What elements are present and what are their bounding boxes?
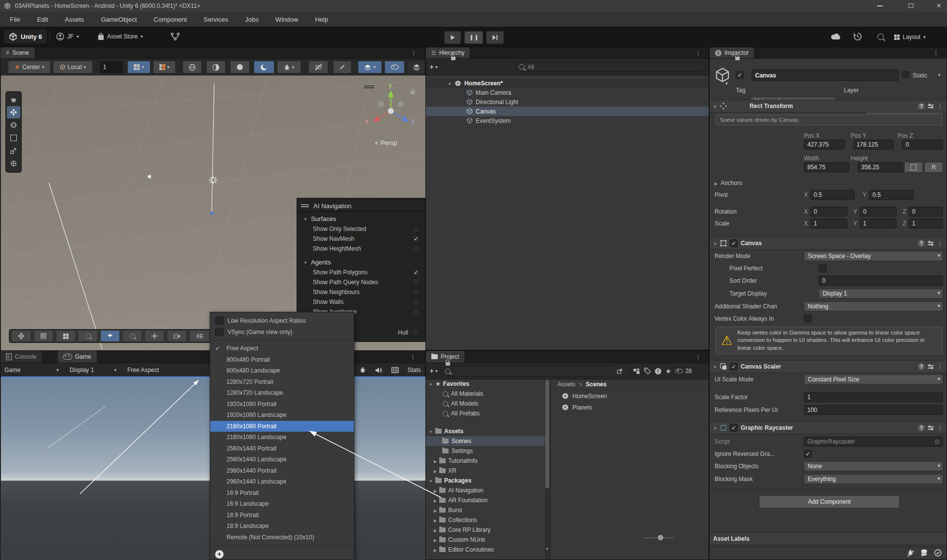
- debugger-bug-disabled-icon[interactable]: [907, 549, 914, 558]
- checkbox[interactable]: [412, 298, 420, 306]
- checkbox[interactable]: [412, 288, 420, 296]
- menu-item-selected[interactable]: 2160x1080 Portrait: [210, 421, 354, 432]
- hierarchy-kebab-menu[interactable]: ⋮: [695, 49, 701, 57]
- scene-visibility-button[interactable]: [384, 61, 405, 74]
- gameobject-icon[interactable]: [715, 67, 730, 83]
- folder-item-selected[interactable]: Scenes: [426, 436, 545, 446]
- step-button[interactable]: [486, 31, 504, 44]
- label-filter-icon[interactable]: [644, 368, 651, 374]
- menu-item[interactable]: 2160x1080 Landscape: [210, 432, 354, 443]
- hierarchy-lock-icon[interactable]: [451, 57, 455, 60]
- pos-x-field[interactable]: 427.375: [804, 140, 845, 149]
- menu-component[interactable]: Component: [153, 16, 187, 23]
- assets-foldout[interactable]: Assets: [426, 426, 545, 436]
- pos-y-field[interactable]: 178.125: [853, 140, 894, 149]
- menu-item-free-aspect[interactable]: ✓ Free Aspect: [210, 343, 354, 354]
- active-checkbox[interactable]: [736, 71, 744, 79]
- gizmo-lock-icon[interactable]: [411, 91, 415, 94]
- overlay-crosshair-button[interactable]: [145, 330, 164, 342]
- canvas-scaler-header[interactable]: Canvas Scaler ? ⋮: [710, 360, 947, 373]
- snap-increment-button[interactable]: ▾: [153, 61, 176, 74]
- vertex-color-checkbox[interactable]: [804, 315, 812, 323]
- checkbox[interactable]: [412, 225, 420, 233]
- tool-handle-rotation-dropdown[interactable]: Local▾: [53, 61, 93, 74]
- audio-toggle-button[interactable]: [230, 61, 249, 74]
- rect-transform-header[interactable]: Rect Transform ? ⋮: [710, 100, 947, 112]
- star-favorite-icon[interactable]: ★: [665, 367, 672, 375]
- overlay-tools-button[interactable]: [11, 330, 31, 342]
- menu-toggle-low-res[interactable]: Low Resolution Aspect Ratios: [210, 315, 354, 326]
- presets-icon[interactable]: [928, 241, 934, 246]
- menu-item[interactable]: 2960x1440 Portrait: [210, 465, 354, 477]
- folder-item[interactable]: XR: [426, 466, 545, 476]
- foldout-closed-icon[interactable]: [434, 457, 437, 464]
- package-item[interactable]: Core RP Library: [426, 525, 545, 535]
- component-kebab-menu[interactable]: ⋮: [937, 103, 943, 110]
- ai-nav-row[interactable]: Show Only Selected: [297, 224, 425, 234]
- scale-z-field[interactable]: 1: [909, 219, 943, 228]
- menu-add-resolution-button[interactable]: +: [210, 548, 354, 560]
- favorites-foldout[interactable]: ★Favorites: [426, 379, 545, 389]
- lighting-toggle-button[interactable]: [206, 61, 226, 74]
- menu-item[interactable]: 1280x720 Landscape: [210, 387, 354, 399]
- gizmos-grid-icon[interactable]: [391, 367, 399, 373]
- package-item[interactable]: AI Navigation: [426, 485, 545, 495]
- foldout-icon[interactable]: [713, 240, 717, 247]
- target-display-dropdown[interactable]: Display 1: [819, 289, 943, 299]
- help-icon[interactable]: ?: [918, 103, 925, 110]
- tab-console[interactable]: Console: [0, 351, 42, 363]
- move-tool[interactable]: [7, 106, 20, 118]
- camera-axis-gizmo[interactable]: y x z: [366, 85, 416, 135]
- favorite-item[interactable]: All Materials: [426, 389, 545, 399]
- package-item[interactable]: Custom NUnit: [426, 535, 545, 545]
- foldout-icon[interactable]: [713, 103, 717, 110]
- ai-nav-header[interactable]: AI Navigation: [297, 200, 425, 212]
- scale-x-field[interactable]: 1: [810, 219, 847, 228]
- gizmo-toggle-button[interactable]: ✓: [333, 61, 352, 74]
- menu-jobs[interactable]: Jobs: [245, 16, 258, 23]
- package-item[interactable]: Collections: [426, 515, 545, 525]
- menu-item[interactable]: 18:9 Landscape: [210, 521, 354, 532]
- pivot-x-field[interactable]: 0.5: [810, 190, 855, 200]
- foldout-icon[interactable]: [713, 424, 717, 431]
- menu-item[interactable]: 2560x1440 Landscape: [210, 454, 354, 465]
- menu-item[interactable]: 16:9 Portrait: [210, 487, 354, 499]
- minimize-button[interactable]: [877, 5, 883, 6]
- foldout-closed-icon[interactable]: [715, 180, 718, 187]
- rotation-x-field[interactable]: 0: [810, 207, 847, 217]
- asset-type-filter-icon[interactable]: [633, 368, 640, 374]
- menu-help[interactable]: Help: [315, 16, 328, 23]
- hierarchy-row-scene[interactable]: HomeScreen*: [426, 78, 709, 88]
- overlay-zoom-button[interactable]: [122, 330, 142, 342]
- component-enabled-checkbox[interactable]: [730, 239, 738, 247]
- stats-toggle[interactable]: Stats: [408, 367, 421, 373]
- foldout-closed-icon[interactable]: [434, 536, 437, 543]
- help-icon[interactable]: ?: [918, 240, 925, 247]
- height-field[interactable]: 356.25: [858, 162, 903, 172]
- slider-thumb[interactable]: [658, 535, 663, 540]
- anchor-preset-button[interactable]: [904, 162, 923, 173]
- scale-y-field[interactable]: 1: [860, 219, 897, 228]
- cloud-icon[interactable]: [831, 33, 841, 40]
- package-item[interactable]: Burst: [426, 505, 545, 515]
- foldout-closed-icon[interactable]: [434, 526, 437, 533]
- foldout-closed-icon[interactable]: [434, 546, 437, 553]
- project-add-button[interactable]: +▾: [429, 367, 438, 375]
- width-field[interactable]: 854.75: [804, 162, 849, 172]
- warn-bug-icon[interactable]: [359, 367, 366, 373]
- ai-nav-agents-foldout[interactable]: Agents: [297, 257, 425, 267]
- favorites-filter-icon[interactable]: !: [655, 368, 661, 374]
- version-control-branch-icon[interactable]: [170, 32, 180, 41]
- packages-foldout[interactable]: Packages: [426, 476, 545, 485]
- menu-file[interactable]: File: [10, 16, 20, 23]
- pos-z-field[interactable]: 0: [902, 140, 943, 149]
- favorite-item[interactable]: All Models: [426, 399, 545, 409]
- persp-label[interactable]: <Persp: [375, 139, 397, 147]
- grid-size-field[interactable]: 1: [100, 61, 123, 73]
- checkbox[interactable]: [215, 316, 224, 325]
- ok-check-circle-icon[interactable]: [934, 549, 942, 558]
- transform-tool[interactable]: [7, 157, 20, 170]
- display-dropdown[interactable]: Display 1▾: [70, 367, 116, 373]
- menu-window[interactable]: Window: [275, 16, 298, 23]
- overlay-navmesh-button[interactable]: [100, 330, 120, 342]
